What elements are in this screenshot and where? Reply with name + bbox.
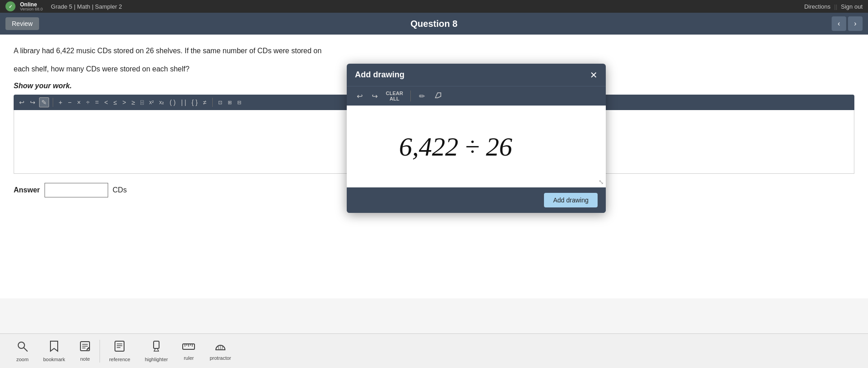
svg-point-0 xyxy=(18,342,25,348)
note-icon xyxy=(80,341,90,354)
eraser-button[interactable] xyxy=(431,89,445,103)
sep: || xyxy=(834,3,838,10)
top-bar-right: Directions || Sign out xyxy=(804,3,863,10)
minus-button[interactable]: − xyxy=(66,98,73,107)
modal-close-button[interactable]: ✕ xyxy=(590,71,598,80)
prev-button[interactable]: ‹ xyxy=(832,16,846,31)
bottom-toolbar: zoom bookmark note reference highlighter… xyxy=(0,333,868,368)
breadcrumb: Grade 5 | Math | Sampler 2 xyxy=(51,3,122,10)
highlighter-label: highlighter xyxy=(145,357,168,362)
toolbar-sep2 xyxy=(212,98,213,107)
note-tool[interactable]: note xyxy=(72,338,98,364)
ruler-label: ruler xyxy=(184,355,194,361)
cds-label: CDs xyxy=(113,186,127,194)
answer-label: Answer xyxy=(14,186,40,194)
abs-button[interactable]: | | xyxy=(179,98,188,107)
undo-button[interactable]: ↩ xyxy=(17,98,26,107)
modal-redo-button[interactable]: ↪ xyxy=(369,90,380,102)
version-label: Version 68.0 xyxy=(20,7,43,11)
matrix3-button[interactable]: ⊟ xyxy=(235,99,243,106)
bookmark-tool[interactable]: bookmark xyxy=(36,338,72,365)
svg-rect-10 xyxy=(154,341,159,348)
toolbar-sep1 xyxy=(53,98,53,107)
modal-header: Add drawing ✕ xyxy=(347,64,606,86)
add-drawing-button[interactable]: Add drawing xyxy=(544,193,598,207)
times-button[interactable]: × xyxy=(75,98,82,107)
question-text-line1: A library had 6,422 music CDs stored on … xyxy=(14,45,854,56)
zoom-icon xyxy=(16,340,28,355)
resize-handle: ⤡ xyxy=(599,178,604,186)
directions-link[interactable]: Directions xyxy=(804,3,831,10)
bottom-divider1 xyxy=(100,340,100,363)
zoom-tool[interactable]: zoom xyxy=(9,338,36,365)
answer-input[interactable] xyxy=(45,183,108,197)
ruler-icon xyxy=(182,342,195,353)
signout-link[interactable]: Sign out xyxy=(841,3,863,10)
svg-line-1 xyxy=(24,348,27,351)
highlighter-icon xyxy=(151,340,162,355)
matrix2-button[interactable]: ⊞ xyxy=(226,99,234,106)
ruler-tool[interactable]: ruler xyxy=(175,339,202,363)
review-button[interactable]: Review xyxy=(5,17,39,30)
zoom-label: zoom xyxy=(16,357,29,362)
protractor-tool[interactable]: protractor xyxy=(202,339,238,363)
modal-canvas[interactable]: 6,422 ÷ 26 ⤡ xyxy=(347,106,606,187)
svg-rect-6 xyxy=(115,341,124,351)
protractor-label: protractor xyxy=(210,355,231,361)
lte-button[interactable]: ≤ xyxy=(112,98,119,107)
lt-button[interactable]: < xyxy=(102,98,110,107)
top-bar-left: ✓ Online Version 68.0 Grade 5 | Math | S… xyxy=(5,1,122,11)
highlighter-tool[interactable]: highlighter xyxy=(138,338,175,365)
gte-button[interactable]: ≥ xyxy=(130,98,137,107)
svg-text:6,422 ÷ 26: 6,422 ÷ 26 xyxy=(399,132,512,161)
modal-toolbar: ↩ ↪ CLEAR ALL ✏ xyxy=(347,86,606,106)
sup-button[interactable]: x² xyxy=(147,98,155,106)
bookmark-icon xyxy=(49,340,59,355)
question-header: Review Question 8 ‹ › xyxy=(0,13,868,35)
protractor-icon xyxy=(214,342,227,353)
pen-button[interactable]: ✏ xyxy=(416,90,428,102)
svg-line-19 xyxy=(218,346,219,349)
sub-button[interactable]: x₂ xyxy=(157,98,166,106)
matrix1-button[interactable]: ⊡ xyxy=(216,99,224,106)
equals-button[interactable]: = xyxy=(93,98,100,107)
gt-button[interactable]: > xyxy=(120,98,128,107)
bookmark-label: bookmark xyxy=(43,357,65,362)
redo-button[interactable]: ↪ xyxy=(28,98,37,107)
next-button[interactable]: › xyxy=(848,16,863,31)
bracket-button[interactable]: ( ) xyxy=(168,98,177,107)
set-button[interactable]: { } xyxy=(190,98,200,107)
drawing-content: 6,422 ÷ 26 xyxy=(394,124,531,170)
modal-undo-button[interactable]: ↩ xyxy=(354,90,365,102)
text-mode-button[interactable]: ✎ xyxy=(39,97,49,107)
modal-toolbar-sep xyxy=(410,91,411,101)
svg-line-20 xyxy=(222,346,223,349)
clear-all-button[interactable]: CLEAR ALL xyxy=(384,90,405,102)
online-badge: ✓ xyxy=(5,1,15,11)
svg-marker-21 xyxy=(435,93,441,98)
modal-footer: Add drawing xyxy=(347,187,606,213)
frac-button[interactable]: ⌻ xyxy=(139,98,145,106)
top-bar: ✓ Online Version 68.0 Grade 5 | Math | S… xyxy=(0,0,868,13)
note-label: note xyxy=(80,356,90,362)
reference-tool[interactable]: reference xyxy=(102,338,137,365)
neq-button[interactable]: ≠ xyxy=(201,98,209,107)
add-drawing-modal: Add drawing ✕ ↩ ↪ CLEAR ALL ✏ 6,422 ÷ 26… xyxy=(347,64,606,213)
nav-buttons: ‹ › xyxy=(832,16,863,31)
modal-title: Add drawing xyxy=(355,70,404,80)
online-label: Online xyxy=(20,2,43,7)
reference-label: reference xyxy=(109,357,130,362)
divide-button[interactable]: ÷ xyxy=(85,98,92,107)
reference-icon xyxy=(114,340,125,355)
plus-button[interactable]: + xyxy=(57,98,64,107)
question-title: Question 8 xyxy=(410,19,457,29)
